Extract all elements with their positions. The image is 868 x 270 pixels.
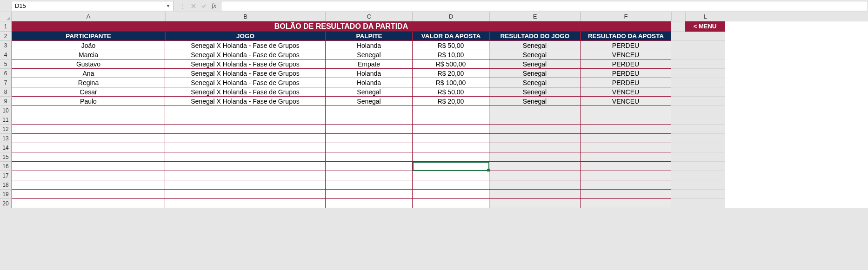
cell-valor[interactable] <box>413 162 489 171</box>
cell[interactable] <box>685 59 725 69</box>
cell-resultado_jogo[interactable]: Senegal <box>489 97 581 106</box>
cell-resultado_jogo[interactable] <box>489 106 581 115</box>
cell-resultado_jogo[interactable]: Senegal <box>489 78 581 87</box>
cell[interactable] <box>685 106 725 115</box>
cell-participante[interactable]: Cesar <box>12 87 165 97</box>
cell-resultado_jogo[interactable]: Senegal <box>489 50 581 59</box>
cell-resultado_jogo[interactable] <box>489 115 581 125</box>
cell-resultado_jogo[interactable] <box>489 125 581 134</box>
cell-resultado_aposta[interactable] <box>581 106 671 115</box>
row-header-4[interactable]: 4 <box>0 50 12 59</box>
cell-resultado_jogo[interactable] <box>489 162 581 171</box>
cell-resultado_aposta[interactable] <box>581 152 671 162</box>
cell-palpite[interactable] <box>326 152 413 162</box>
cell-valor[interactable] <box>413 106 489 115</box>
cell-resultado_aposta[interactable]: PERDEU <box>581 69 671 78</box>
row-header-16[interactable]: 16 <box>0 162 12 171</box>
cell-jogo[interactable] <box>165 162 326 171</box>
row-header-3[interactable]: 3 <box>0 41 12 50</box>
cell[interactable] <box>685 69 725 78</box>
cell-palpite[interactable]: Senegal <box>326 50 413 59</box>
cell-jogo[interactable]: Senegal X Holanda - Fase de Grupos <box>165 97 326 106</box>
cell-jogo[interactable] <box>165 199 326 208</box>
cell-palpite[interactable]: Empate <box>326 59 413 69</box>
cell-valor[interactable]: R$ 100,00 <box>413 78 489 87</box>
row-header-20[interactable]: 20 <box>0 199 12 208</box>
cell[interactable] <box>685 78 725 87</box>
cell-participante[interactable] <box>12 115 165 125</box>
cell-palpite[interactable] <box>326 134 413 143</box>
cell-participante[interactable] <box>12 143 165 152</box>
select-all-button[interactable] <box>0 12 12 21</box>
cell-valor[interactable]: R$ 50,00 <box>413 87 489 97</box>
cell-resultado_aposta[interactable]: PERDEU <box>581 59 671 69</box>
cell-resultado_jogo[interactable] <box>489 199 581 208</box>
cell-resultado_aposta[interactable] <box>581 143 671 152</box>
cell-valor[interactable] <box>413 125 489 134</box>
cell-valor[interactable]: R$ 50,00 <box>413 41 489 50</box>
row-header-10[interactable]: 10 <box>0 106 12 115</box>
fx-icon[interactable]: fx <box>209 1 219 11</box>
enter-icon[interactable] <box>199 1 209 11</box>
cell-resultado_aposta[interactable] <box>581 180 671 190</box>
cell-participante[interactable]: João <box>12 41 165 50</box>
cell-resultado_aposta[interactable] <box>581 190 671 199</box>
cell-participante[interactable] <box>12 162 165 171</box>
cell-resultado_aposta[interactable]: VENCEU <box>581 50 671 59</box>
row-header-19[interactable]: 19 <box>0 190 12 199</box>
cell-palpite[interactable]: Holanda <box>326 69 413 78</box>
cell-jogo[interactable]: Senegal X Holanda - Fase de Grupos <box>165 50 326 59</box>
row-header-6[interactable]: 6 <box>0 69 12 78</box>
cell-palpite[interactable] <box>326 125 413 134</box>
cell-valor[interactable]: R$ 20,00 <box>413 69 489 78</box>
row-header-11[interactable]: 11 <box>0 115 12 125</box>
cell-jogo[interactable] <box>165 152 326 162</box>
cell-resultado_aposta[interactable]: PERDEU <box>581 78 671 87</box>
cell-participante[interactable] <box>12 199 165 208</box>
row-header-18[interactable]: 18 <box>0 180 12 190</box>
cell-participante[interactable] <box>12 180 165 190</box>
cell-valor[interactable]: R$ 10,00 <box>413 50 489 59</box>
cell-valor[interactable] <box>413 190 489 199</box>
cell[interactable] <box>685 162 725 171</box>
cell[interactable] <box>685 97 725 106</box>
row-header-13[interactable]: 13 <box>0 134 12 143</box>
cell-palpite[interactable] <box>326 190 413 199</box>
cell-participante[interactable] <box>12 134 165 143</box>
col-header-D[interactable]: D <box>413 12 489 21</box>
cell-palpite[interactable] <box>326 199 413 208</box>
cell-participante[interactable]: Ana <box>12 69 165 78</box>
col-header-F[interactable]: F <box>581 12 671 21</box>
cell-jogo[interactable] <box>165 115 326 125</box>
cell[interactable] <box>685 143 725 152</box>
cell-participante[interactable] <box>12 171 165 180</box>
cell[interactable] <box>685 199 725 208</box>
row-header-12[interactable]: 12 <box>0 125 12 134</box>
cell-participante[interactable] <box>12 106 165 115</box>
cell-valor[interactable] <box>413 134 489 143</box>
cell[interactable] <box>685 171 725 180</box>
cell-palpite[interactable] <box>326 171 413 180</box>
cell-palpite[interactable] <box>326 143 413 152</box>
cell-jogo[interactable]: Senegal X Holanda - Fase de Grupos <box>165 41 326 50</box>
cell-resultado_jogo[interactable] <box>489 180 581 190</box>
cell-palpite[interactable]: Senegal <box>326 97 413 106</box>
row-header-1[interactable]: 1 <box>0 21 12 32</box>
cell-resultado_jogo[interactable] <box>489 190 581 199</box>
cell-palpite[interactable] <box>326 106 413 115</box>
cell-jogo[interactable] <box>165 106 326 115</box>
cell-jogo[interactable]: Senegal X Holanda - Fase de Grupos <box>165 69 326 78</box>
cell-resultado_jogo[interactable]: Senegal <box>489 87 581 97</box>
cell[interactable] <box>685 115 725 125</box>
cell-participante[interactable]: Regina <box>12 78 165 87</box>
col-header-L[interactable]: L <box>685 12 725 21</box>
menu-button[interactable]: < MENU <box>685 21 725 32</box>
cell-palpite[interactable] <box>326 115 413 125</box>
cell[interactable] <box>685 190 725 199</box>
cell-jogo[interactable] <box>165 180 326 190</box>
cell-resultado_aposta[interactable] <box>581 199 671 208</box>
row-header-5[interactable]: 5 <box>0 59 12 69</box>
row-header-15[interactable]: 15 <box>0 152 12 162</box>
cell-resultado_aposta[interactable] <box>581 162 671 171</box>
row-header-7[interactable]: 7 <box>0 78 12 87</box>
